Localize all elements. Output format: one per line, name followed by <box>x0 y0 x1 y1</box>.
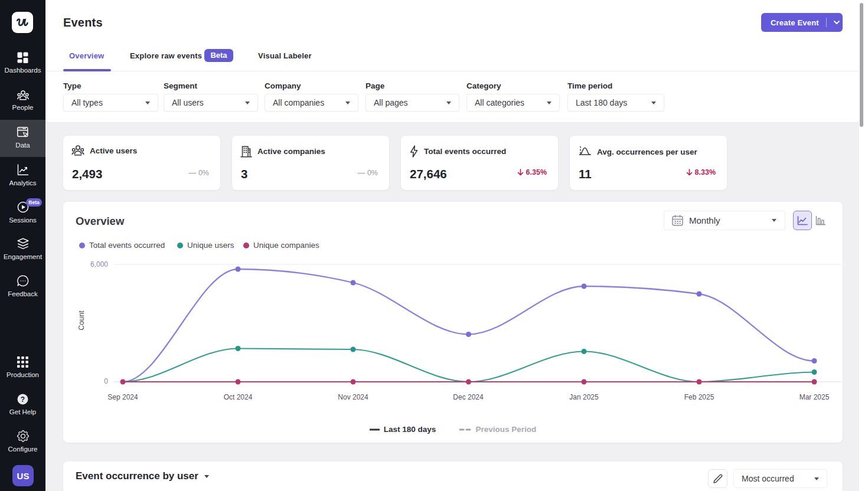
svg-text:?: ? <box>21 395 25 404</box>
